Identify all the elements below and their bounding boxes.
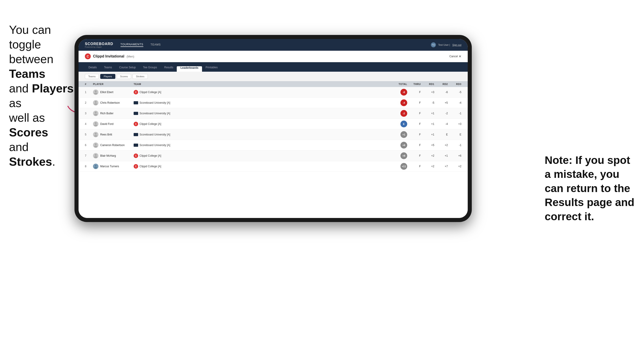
- svg-point-1: [95, 90, 96, 92]
- row-team: Scoreboard University [A]: [134, 101, 389, 104]
- row-rd3: +6: [448, 154, 462, 157]
- player-avatar: [93, 121, 98, 127]
- toggle-scores-button[interactable]: Scores: [117, 74, 131, 79]
- team-logo-icon: [134, 112, 138, 115]
- row-total: +1: [389, 131, 407, 138]
- row-rd2: +1: [434, 154, 448, 157]
- tab-details[interactable]: Details: [85, 66, 100, 72]
- row-rd1: +1: [421, 122, 434, 126]
- player-name: Chris Robertson: [100, 101, 120, 104]
- row-thru: F: [407, 133, 421, 136]
- scores-bold: Scores: [9, 126, 48, 139]
- team-name: Scoreboard University [A]: [140, 112, 170, 115]
- table-row: 7 Blair McHarg C Clippd College [A] +8 F…: [78, 151, 468, 161]
- player-name: Cameron Robertson: [100, 144, 124, 147]
- score-badge: -2: [400, 110, 407, 117]
- teams-bold: Teams: [9, 67, 45, 80]
- tab-results[interactable]: Results: [160, 66, 177, 72]
- table-header: # PLAYER TEAM TOTAL THRU RD1 RD2 RD3: [78, 81, 468, 87]
- row-thru: F: [407, 91, 421, 94]
- row-player: Chris Robertson: [93, 100, 134, 106]
- score-badge: +8: [400, 152, 407, 159]
- tab-course-setup[interactable]: Course Setup: [116, 66, 139, 72]
- team-logo-icon: C: [134, 90, 138, 94]
- row-team: Scoreboard University [A]: [134, 144, 389, 147]
- table-row: 4 David Ford C Clippd College [A] E F +1…: [78, 119, 468, 129]
- team-name: Clippd College [A]: [140, 154, 161, 157]
- tab-tee-groups[interactable]: Tee Groups: [139, 66, 160, 72]
- svg-point-14: [94, 156, 97, 158]
- row-pos: 7: [85, 154, 93, 157]
- row-thru: F: [407, 112, 421, 115]
- cancel-button[interactable]: Cancel ✕: [450, 55, 462, 58]
- score-badge: E: [400, 121, 407, 127]
- row-team: Scoreboard University [A]: [134, 133, 389, 136]
- svg-point-13: [95, 154, 96, 156]
- row-rd2: -2: [434, 112, 448, 115]
- team-name: Clippd College [A]: [140, 165, 161, 168]
- scoreboard-logo: SCOREBOARD Powered by clippd: [85, 42, 113, 48]
- sign-out-link[interactable]: Sign out: [452, 43, 462, 46]
- player-avatar: [93, 132, 98, 137]
- row-player: Cameron Robertson: [93, 143, 134, 148]
- row-team: C Clippd College [A]: [134, 164, 389, 169]
- col-rd1: RD1: [421, 83, 434, 85]
- row-rd1: +1: [421, 112, 434, 115]
- score-badge: +6: [400, 142, 407, 149]
- row-player: Rich Butler: [93, 111, 134, 116]
- row-pos: 5: [85, 133, 93, 136]
- player-name: Blair McHarg: [100, 154, 116, 157]
- row-rd3: -1: [448, 112, 462, 115]
- toggle-players-button[interactable]: Players: [100, 74, 115, 79]
- svg-point-2: [94, 93, 97, 94]
- team-logo-icon: [134, 144, 138, 147]
- nav-right: TU Test User | Sign out: [431, 42, 462, 47]
- team-logo-icon: C: [134, 154, 138, 158]
- svg-point-12: [94, 146, 97, 148]
- row-rd3: -1: [448, 144, 462, 147]
- close-icon: ✕: [459, 55, 462, 58]
- svg-point-8: [94, 124, 97, 126]
- player-avatar: [93, 164, 98, 169]
- team-name: Clippd College [A]: [140, 122, 161, 126]
- tab-printables[interactable]: Printables: [202, 66, 221, 72]
- left-annotation: You can toggle between Teams and Players…: [9, 22, 74, 169]
- tab-teams[interactable]: Teams: [100, 66, 116, 72]
- toggle-strokes-button[interactable]: Strokes: [132, 74, 148, 79]
- player-avatar: [93, 100, 98, 106]
- player-name: Marcus Turners: [100, 165, 119, 168]
- row-rd1: -5: [421, 101, 434, 104]
- row-pos: 8: [85, 165, 93, 168]
- strokes-bold: Strokes: [9, 155, 52, 168]
- tablet-frame: SCOREBOARD Powered by clippd TOURNAMENTS…: [74, 35, 472, 222]
- table-row: 1 Elliot Ebert C Clippd College [A] -8 F…: [78, 87, 468, 98]
- row-team: C Clippd College [A]: [134, 122, 389, 126]
- toggle-teams-button[interactable]: Teams: [85, 74, 99, 79]
- row-thru: F: [407, 154, 421, 157]
- score-badge: +1: [400, 131, 407, 138]
- row-rd2: -6: [434, 91, 448, 94]
- row-pos: 3: [85, 112, 93, 115]
- tab-leaderboards[interactable]: Leaderboards: [177, 66, 202, 72]
- col-total: TOTAL: [389, 83, 407, 85]
- nav-tournaments[interactable]: TOURNAMENTS: [120, 43, 143, 47]
- row-rd1: +5: [421, 144, 434, 147]
- row-rd3: E: [448, 133, 462, 136]
- player-avatar: [93, 143, 98, 148]
- table-row: 6 Cameron Robertson Scoreboard Universit…: [78, 140, 468, 151]
- row-rd2: -4: [434, 122, 448, 126]
- team-logo-icon: [134, 133, 138, 136]
- team-name: Scoreboard University [A]: [140, 101, 170, 104]
- row-rd3: -4: [448, 101, 462, 104]
- tournament-gender: (Men): [127, 55, 134, 58]
- right-annotation: Note: If you spot a mistake, you can ret…: [545, 153, 635, 224]
- col-thru: THRU: [407, 83, 421, 85]
- nav-teams[interactable]: TEAMS: [150, 43, 161, 47]
- user-avatar: TU: [431, 42, 436, 47]
- table-row: 3 Rich Butler Scoreboard University [A] …: [78, 108, 468, 119]
- row-rd2: E: [434, 133, 448, 136]
- svg-point-9: [95, 133, 96, 135]
- row-team: C Clippd College [A]: [134, 90, 389, 94]
- row-total: +8: [389, 152, 407, 159]
- row-total: -4: [389, 99, 407, 106]
